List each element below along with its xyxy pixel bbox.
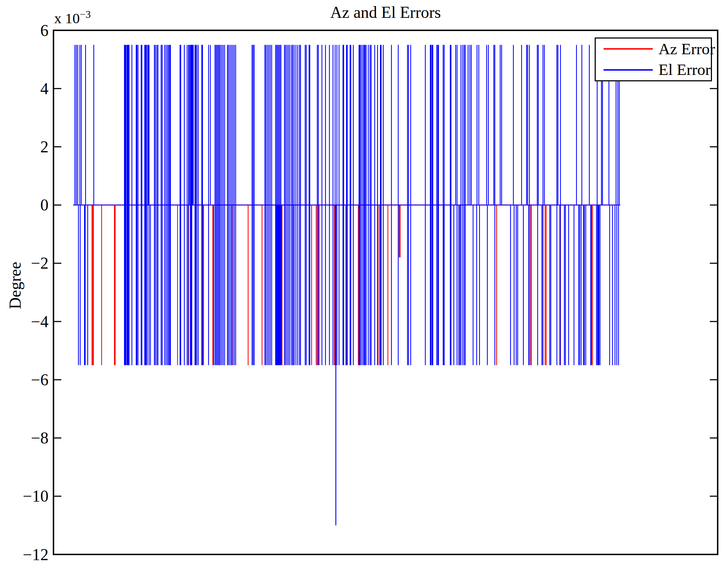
- legend-label-az: Az Error: [658, 41, 715, 57]
- y-tick-label: 6: [40, 21, 48, 40]
- y-axis-multiplier: x 10−3: [54, 9, 91, 27]
- chart-canvas: 6420−2−4−6−8−10−12: [0, 0, 728, 568]
- y-tick-label: 2: [40, 138, 48, 156]
- y-tick-label: −6: [31, 371, 48, 389]
- y-multiplier-prefix: x 10: [54, 10, 80, 26]
- y-tick-label: −2: [31, 254, 48, 272]
- y-axis-label: Degree: [6, 262, 25, 309]
- y-tick-label: −12: [23, 546, 48, 564]
- matlab-figure: 6420−2−4−6−8−10−12 Az and El Errors x 10…: [0, 0, 728, 568]
- y-tick-label: −4: [31, 313, 48, 331]
- y-tick-label: 4: [40, 80, 48, 98]
- el-error-line: [73, 45, 620, 526]
- legend-entry-az: Az Error: [596, 39, 711, 60]
- y-tick-label: −10: [23, 487, 48, 505]
- y-tick-label: 0: [40, 196, 48, 214]
- legend-label-el: El Error: [658, 62, 711, 78]
- chart-title: Az and El Errors: [53, 3, 718, 22]
- y-tick-label: −8: [31, 429, 48, 447]
- y-multiplier-exponent: −3: [80, 9, 91, 20]
- legend-box: Az Error El Error: [595, 37, 712, 81]
- az-error-line-swatch: [604, 48, 653, 50]
- legend-entry-el: El Error: [596, 60, 711, 81]
- el-error-line-swatch: [604, 69, 653, 71]
- y-tick-labels: 6420−2−4−6−8−10−12: [23, 21, 48, 564]
